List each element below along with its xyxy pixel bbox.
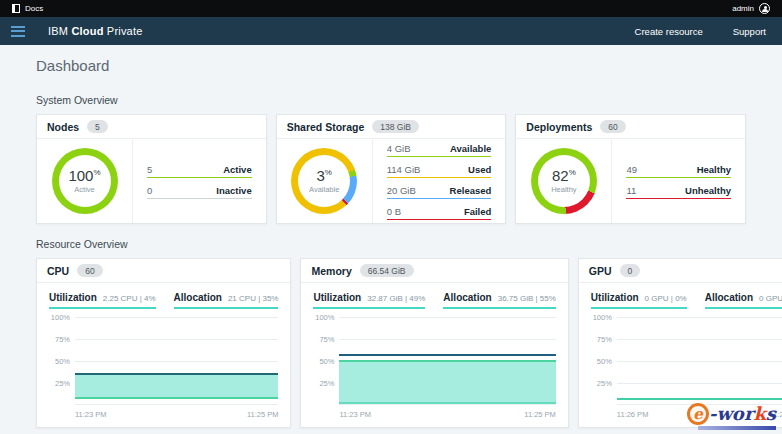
- deployments-card-title: Deployments: [526, 121, 592, 133]
- nodes-active-row: 5 Active: [147, 164, 252, 178]
- chart-ytick-label: 100%: [593, 313, 612, 322]
- docs-label: Docs: [25, 4, 43, 13]
- chart-gridline: [617, 361, 782, 362]
- cpu-chart-xaxis: 11:23 PM 11:25 PM: [75, 405, 278, 427]
- nodes-inactive-row: 0 Inactive: [147, 185, 252, 199]
- chart-ytick-label: 25%: [55, 379, 70, 388]
- resource-overview-row: CPU 60 Utilization 2.25 CPU | 4% Allocat…: [36, 258, 746, 428]
- gpu-card-header: GPU 0: [579, 259, 782, 283]
- memory-chart-xaxis: 11:23 PM 11:25 PM: [339, 405, 555, 427]
- deployments-count-badge: 60: [600, 120, 625, 133]
- cpu-card: CPU 60 Utilization 2.25 CPU | 4% Allocat…: [36, 258, 291, 428]
- storage-donut-chart: 3% Available: [291, 148, 357, 214]
- chart-ytick-label: 75%: [55, 335, 70, 344]
- username-label: admin: [732, 4, 754, 13]
- eworks-logo-e: e: [687, 403, 709, 425]
- user-menu[interactable]: admin: [732, 3, 770, 14]
- memory-chart: 100%75%50%25% 11:23 PM 11:25 PM: [301, 309, 567, 427]
- memory-allocation-stat: Allocation 36.75 GiB | 55%: [443, 292, 555, 309]
- deployments-card: Deployments 60 82% Healthy 49 Healthy: [515, 114, 746, 224]
- deployments-donut-col: 82% Healthy: [516, 139, 612, 223]
- chart-series-line-utilization: [339, 360, 555, 362]
- system-overview-row: Nodes 5 100% Active 5 Active: [36, 114, 746, 224]
- deployments-healthy-row: 49 Healthy: [626, 164, 731, 178]
- chart-series-line-utilization: [75, 397, 278, 399]
- shared-storage-card-header: Shared Storage 138 GiB: [277, 115, 506, 139]
- cpu-card-header: CPU 60: [37, 259, 290, 283]
- user-avatar-icon[interactable]: [759, 3, 770, 14]
- resource-overview-heading: Resource Overview: [36, 238, 746, 250]
- chart-ytick-label: 50%: [319, 357, 334, 366]
- deployments-donut-chart: 82% Healthy: [531, 148, 597, 214]
- support-link[interactable]: Support: [733, 26, 766, 37]
- storage-failed-row: 0 B Failed: [387, 206, 492, 220]
- gpu-allocation-stat: Allocation 0 GPU | 0%: [705, 292, 782, 309]
- cpu-total-badge: 60: [77, 264, 102, 277]
- cpu-card-title: CPU: [47, 265, 69, 277]
- eworks-watermark: e-works: [687, 403, 776, 430]
- chart-ytick-label: 75%: [319, 335, 334, 344]
- gpu-chart-plot: [617, 317, 782, 405]
- app-header: IBM Cloud Private Create resource Suppor…: [0, 17, 782, 45]
- chart-series-line-allocation: [339, 354, 555, 356]
- memory-card-header: Memory 66.54 GiB: [301, 259, 567, 283]
- chart-gridline: [617, 339, 782, 340]
- chart-gridline: [617, 317, 782, 318]
- chart-area-fill: [75, 374, 278, 398]
- chart-series-line-allocation: [75, 373, 278, 375]
- create-resource-link[interactable]: Create resource: [635, 26, 703, 37]
- memory-card: Memory 66.54 GiB Utilization 32.87 GiB |…: [300, 258, 568, 428]
- nodes-card: Nodes 5 100% Active 5 Active: [36, 114, 267, 224]
- chart-ytick-label: 75%: [597, 335, 612, 344]
- chart-gridline: [339, 339, 555, 340]
- chart-gridline: [75, 339, 278, 340]
- chart-gridline: [75, 317, 278, 318]
- memory-total-badge: 66.54 GiB: [360, 264, 414, 277]
- chart-gridline: [617, 383, 782, 384]
- page-title: Dashboard: [36, 57, 746, 74]
- nodes-donut-col: 100% Active: [37, 139, 133, 223]
- chart-series-line-utilization: [617, 398, 782, 400]
- shared-storage-total-badge: 138 GiB: [372, 120, 419, 133]
- chart-gridline: [75, 361, 278, 362]
- docs-link[interactable]: Docs: [12, 4, 43, 13]
- gpu-card-title: GPU: [589, 265, 612, 277]
- docs-icon: [12, 4, 20, 13]
- deployments-unhealthy-row: 11 Unhealthy: [626, 185, 731, 199]
- eworks-logo-bar: [698, 426, 776, 430]
- cpu-chart-yaxis: 100%75%50%25%: [49, 317, 75, 405]
- cpu-utilization-stat: Utilization 2.25 CPU | 4%: [49, 292, 156, 309]
- storage-released-row: 20 GiB Released: [387, 185, 492, 199]
- system-overview-heading: System Overview: [36, 94, 746, 106]
- chart-ytick-label: 50%: [597, 357, 612, 366]
- memory-chart-yaxis: 100%75%50%25%: [313, 317, 339, 405]
- hamburger-menu-icon[interactable]: [0, 26, 34, 37]
- gpu-utilization-stat: Utilization 0 GPU | 0%: [591, 292, 687, 309]
- memory-card-title: Memory: [311, 265, 351, 277]
- chart-ytick-label: 25%: [319, 379, 334, 388]
- memory-utilization-stat: Utilization 32.87 GiB | 49%: [313, 292, 425, 309]
- storage-donut-col: 3% Available: [277, 139, 373, 223]
- chart-series-line-baseline: [339, 402, 555, 404]
- memory-chart-plot: [339, 317, 555, 405]
- chart-ytick-label: 50%: [55, 357, 70, 366]
- storage-used-row: 114 GiB Used: [387, 164, 492, 178]
- nodes-card-title: Nodes: [47, 121, 79, 133]
- cpu-chart-plot: [75, 317, 278, 405]
- shared-storage-card: Shared Storage 138 GiB 3% Available 4 Gi…: [276, 114, 507, 224]
- nodes-card-header: Nodes 5: [37, 115, 266, 139]
- chart-ytick-label: 25%: [597, 379, 612, 388]
- chart-area-fill: [339, 361, 555, 403]
- chart-ytick-label: 100%: [51, 313, 70, 322]
- chart-gridline: [339, 317, 555, 318]
- dashboard-content: Dashboard System Overview Nodes 5 100% A…: [0, 57, 782, 428]
- gpu-total-badge: 0: [620, 264, 641, 277]
- nodes-count-badge: 5: [87, 120, 108, 133]
- chart-baseline: [75, 404, 278, 405]
- brand-title: IBM Cloud Private: [48, 25, 143, 37]
- storage-available-row: 4 GiB Available: [387, 143, 492, 157]
- chart-ytick-label: 100%: [315, 313, 334, 322]
- shared-storage-card-title: Shared Storage: [287, 121, 365, 133]
- deployments-card-header: Deployments 60: [516, 115, 745, 139]
- cpu-chart: 100%75%50%25% 11:23 PM 11:25 PM: [37, 309, 290, 427]
